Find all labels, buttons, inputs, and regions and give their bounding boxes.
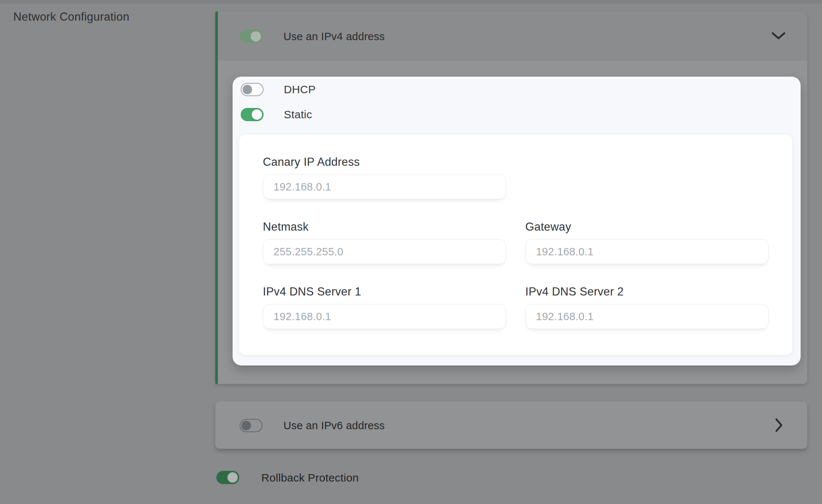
chevron-down-icon [771, 31, 786, 40]
field-row-dns: IPv4 DNS Server 1 IPv4 DNS Server 2 [263, 285, 769, 329]
static-toggle-label: Static [284, 108, 312, 121]
canary-ip-label: Canary IP Address [263, 155, 769, 169]
dhcp-toggle[interactable] [241, 83, 264, 96]
field-canary-ip: Canary IP Address [263, 155, 769, 199]
toggle-knob [243, 85, 252, 94]
field-gateway: Gateway [525, 220, 769, 264]
canary-ip-input[interactable] [263, 174, 506, 199]
field-row-netmask-gateway: Netmask Gateway [263, 220, 769, 264]
ipv4-mode-card: DHCP Static Canary IP Address Netmask [233, 77, 801, 365]
gateway-label: Gateway [525, 220, 769, 234]
netmask-input[interactable] [263, 239, 506, 264]
static-toggle[interactable] [241, 108, 264, 121]
dns2-input[interactable] [525, 304, 769, 329]
static-fields-card: Canary IP Address Netmask Gateway [239, 134, 793, 355]
dns1-input[interactable] [263, 304, 506, 329]
ipv4-collapse-button[interactable] [770, 29, 787, 42]
dns1-label: IPv4 DNS Server 1 [263, 285, 506, 298]
field-dns1: IPv4 DNS Server 1 [263, 285, 506, 329]
ipv6-toggle[interactable] [240, 419, 262, 432]
network-configuration-screen: Network Configuration Use an IPv4 addres… [0, 0, 822, 504]
gateway-input[interactable] [525, 239, 769, 264]
ipv6-toggle-label: Use an IPv6 address [283, 419, 385, 432]
ipv4-section-panel: Use an IPv4 address DHCP Static Canary I… [215, 11, 807, 384]
ipv6-section-panel: Use an IPv6 address [215, 402, 807, 449]
toggle-knob [251, 31, 261, 42]
netmask-label: Netmask [263, 220, 506, 234]
chevron-right-icon [774, 418, 783, 433]
field-dns2: IPv4 DNS Server 2 [525, 285, 769, 329]
field-netmask: Netmask [263, 220, 506, 264]
toggle-knob [241, 421, 251, 430]
ipv6-expand-button[interactable] [770, 419, 788, 432]
dhcp-toggle-label: DHCP [284, 83, 316, 96]
toggle-knob [227, 472, 238, 483]
ipv4-toggle-label: Use an IPv4 address [283, 30, 385, 43]
ipv4-toggle[interactable] [240, 30, 262, 43]
toggle-knob [252, 109, 262, 120]
dns2-label: IPv4 DNS Server 2 [525, 285, 769, 298]
top-edge-strip [0, 0, 822, 4]
page-title: Network Configuration [13, 10, 129, 24]
rollback-protection-toggle[interactable] [216, 471, 239, 484]
rollback-protection-label: Rollback Protection [261, 471, 359, 484]
